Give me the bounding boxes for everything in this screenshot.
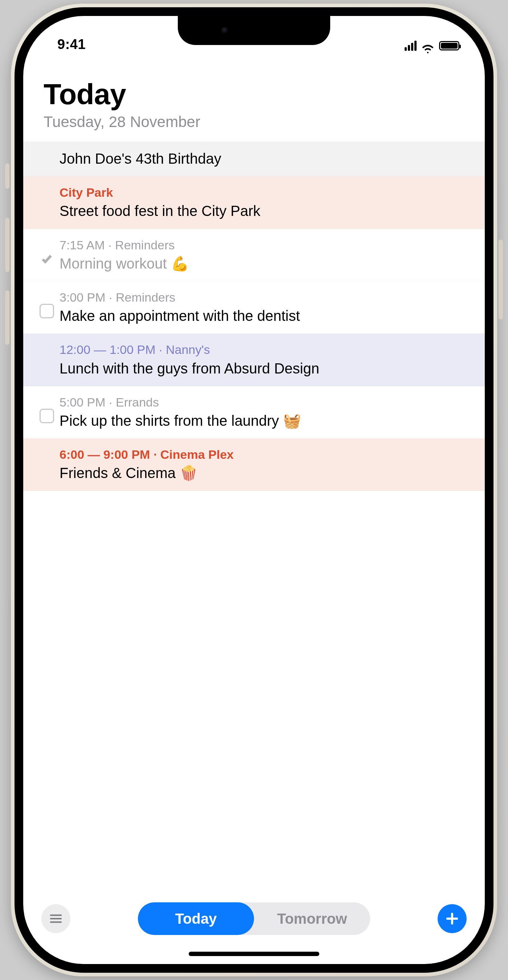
checkbox[interactable]	[40, 409, 54, 423]
notch	[178, 16, 330, 45]
wifi-icon	[422, 41, 434, 51]
menu-icon	[49, 912, 63, 926]
day-segmented-control: Today Tomorrow	[138, 902, 370, 935]
list-item[interactable]: 5:00 PM · Errands Pick up the shirts fro…	[23, 386, 485, 439]
tab-tomorrow[interactable]: Tomorrow	[254, 902, 370, 935]
app-content: Today Tuesday, 28 November John Doe's 43…	[23, 56, 485, 964]
screen: 9:41 Today Tuesday, 28 Novemb	[23, 16, 485, 964]
list-item[interactable]: John Doe's 43th Birthday	[23, 142, 485, 177]
power-button	[498, 240, 503, 320]
item-meta: 6:00 — 9:00 PM · Cinema Plex	[60, 447, 470, 462]
phone-bezel: 9:41 Today Tuesday, 28 Novemb	[14, 7, 494, 973]
item-title: Make an appointment with the dentist	[60, 307, 470, 325]
list-item[interactable]: 7:15 AM · Reminders Morning workout 💪	[23, 229, 485, 281]
item-title: Pick up the shirts from the laundry 🧺	[60, 412, 470, 430]
battery-icon	[439, 41, 459, 51]
status-time: 9:41	[57, 37, 86, 52]
item-meta: 5:00 PM · Errands	[60, 394, 470, 410]
list-item[interactable]: 12:00 — 1:00 PM · Nanny's Lunch with the…	[23, 334, 485, 386]
item-title: Morning workout 💪	[60, 255, 470, 273]
item-meta: City Park	[60, 185, 470, 200]
plus-icon	[445, 912, 459, 926]
tab-today[interactable]: Today	[138, 902, 254, 935]
item-title: Lunch with the guys from Absurd Design	[60, 360, 470, 378]
menu-button[interactable]	[41, 904, 70, 933]
list-item[interactable]: City Park Street food fest in the City P…	[23, 177, 485, 229]
agenda-list[interactable]: John Doe's 43th Birthday City Park Stree…	[23, 142, 485, 895]
list-item[interactable]: 3:00 PM · Reminders Make an appointment …	[23, 281, 485, 334]
cellular-icon	[405, 41, 417, 51]
list-item[interactable]: 6:00 — 9:00 PM · Cinema Plex Friends & C…	[23, 439, 485, 491]
item-meta: 7:15 AM · Reminders	[60, 237, 470, 253]
page-subtitle: Tuesday, 28 November	[44, 113, 464, 130]
status-indicators	[405, 41, 459, 52]
phone-shell: 9:41 Today Tuesday, 28 Novemb	[11, 4, 497, 976]
item-title: Street food fest in the City Park	[60, 202, 470, 220]
home-indicator[interactable]	[189, 952, 319, 956]
silent-switch	[5, 163, 10, 189]
add-button[interactable]	[438, 904, 467, 933]
item-meta: 3:00 PM · Reminders	[60, 289, 470, 305]
volume-up-button	[5, 218, 10, 272]
page-title: Today	[44, 78, 464, 111]
item-title: Friends & Cinema 🍿	[60, 464, 470, 482]
header: Today Tuesday, 28 November	[23, 56, 485, 142]
check-icon	[40, 251, 54, 266]
item-title: John Doe's 43th Birthday	[60, 150, 470, 168]
checkbox[interactable]	[40, 304, 54, 318]
device-frame: 9:41 Today Tuesday, 28 Novemb	[0, 0, 508, 980]
item-meta: 12:00 — 1:00 PM · Nanny's	[60, 342, 470, 358]
volume-down-button	[5, 290, 10, 345]
